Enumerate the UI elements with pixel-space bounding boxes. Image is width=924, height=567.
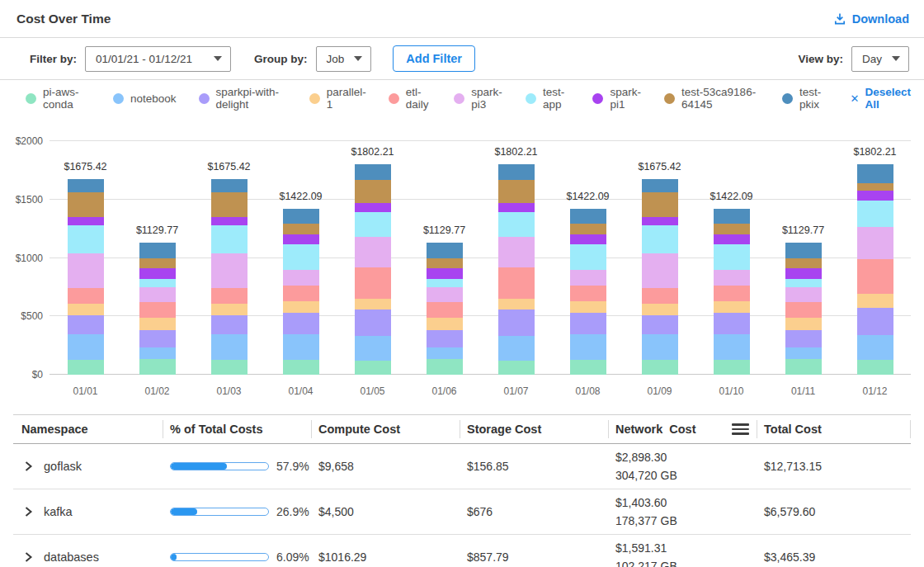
bar-segment-etl-daily[interactable] bbox=[714, 286, 750, 301]
bar-segment-test-pkix[interactable] bbox=[714, 209, 750, 224]
bar-segment-parallel-1[interactable] bbox=[68, 304, 104, 314]
bar-segment-test-app[interactable] bbox=[570, 244, 606, 270]
bar-segment-test-app[interactable] bbox=[355, 212, 391, 237]
bar-segment-pi-aws-conda[interactable] bbox=[355, 361, 391, 375]
bar-segment-etl-daily[interactable] bbox=[857, 259, 893, 294]
bar-segment-parallel-1[interactable] bbox=[714, 301, 750, 313]
bar-segment-spark-pi1[interactable] bbox=[642, 217, 678, 225]
bar-segment-test-app[interactable] bbox=[857, 201, 893, 227]
bar-segment-notebook[interactable] bbox=[211, 334, 248, 360]
bar-segment-etl-daily[interactable] bbox=[642, 288, 678, 304]
bar-segment-test-53ca9186-64145[interactable] bbox=[785, 258, 822, 268]
column-header-total-cost[interactable]: Total Cost bbox=[757, 415, 911, 443]
bar-segment-pi-aws-conda[interactable] bbox=[857, 360, 893, 375]
column-header-namespace[interactable]: Namespace bbox=[13, 415, 163, 443]
bar-segment-sparkpi-with-delight[interactable] bbox=[714, 313, 750, 334]
bar-segment-spark-pi3[interactable] bbox=[68, 253, 104, 288]
legend-item-sparkpi-with-delight[interactable]: sparkpi-with-delight bbox=[199, 86, 287, 111]
bar-stack[interactable] bbox=[355, 164, 391, 375]
bar-segment-test-53ca9186-64145[interactable] bbox=[68, 192, 104, 216]
bar-segment-sparkpi-with-delight[interactable] bbox=[68, 315, 104, 334]
bar-segment-spark-pi1[interactable] bbox=[714, 234, 750, 244]
legend-item-pi-aws-conda[interactable]: pi-aws-conda bbox=[26, 86, 91, 111]
bar-segment-spark-pi3[interactable] bbox=[139, 287, 176, 302]
bar-segment-test-app[interactable] bbox=[211, 225, 248, 253]
bar-segment-test-pkix[interactable] bbox=[355, 164, 391, 180]
bar-segment-spark-pi3[interactable] bbox=[570, 270, 606, 286]
group-by-dropdown[interactable]: Job bbox=[316, 46, 372, 72]
bar-segment-spark-pi3[interactable] bbox=[498, 237, 535, 267]
bar-segment-test-app[interactable] bbox=[139, 279, 176, 287]
bar-segment-spark-pi3[interactable] bbox=[283, 270, 319, 286]
legend-item-spark-pi3[interactable]: spark-pi3 bbox=[454, 86, 503, 111]
bar-segment-pi-aws-conda[interactable] bbox=[785, 359, 822, 375]
legend-item-parallel-1[interactable]: parallel-1 bbox=[309, 86, 366, 111]
bar-stack[interactable] bbox=[570, 209, 606, 375]
bar-segment-test-app[interactable] bbox=[785, 279, 822, 287]
bar-segment-pi-aws-conda[interactable] bbox=[211, 360, 248, 375]
bar-segment-test-pkix[interactable] bbox=[427, 243, 463, 258]
bar-stack[interactable] bbox=[211, 179, 248, 375]
bar-segment-test-app[interactable] bbox=[714, 244, 750, 270]
bar-stack[interactable] bbox=[427, 243, 463, 375]
bar-segment-spark-pi1[interactable] bbox=[857, 191, 893, 201]
namespace-cell[interactable]: databases bbox=[13, 550, 163, 564]
bar-segment-spark-pi1[interactable] bbox=[68, 217, 104, 225]
bar-segment-sparkpi-with-delight[interactable] bbox=[427, 330, 463, 348]
view-by-dropdown[interactable]: Day bbox=[851, 46, 909, 72]
bar-segment-pi-aws-conda[interactable] bbox=[642, 360, 678, 375]
bar-segment-parallel-1[interactable] bbox=[642, 304, 678, 314]
bar-segment-test-53ca9186-64145[interactable] bbox=[714, 224, 750, 234]
column-settings-icon[interactable] bbox=[732, 422, 749, 437]
bar-segment-test-pkix[interactable] bbox=[785, 243, 822, 258]
bar-segment-pi-aws-conda[interactable] bbox=[427, 359, 463, 375]
bar-segment-pi-aws-conda[interactable] bbox=[714, 360, 750, 375]
bar-segment-notebook[interactable] bbox=[570, 334, 606, 360]
legend-item-spark-pi1[interactable]: spark-pi1 bbox=[592, 86, 642, 111]
bar-segment-sparkpi-with-delight[interactable] bbox=[570, 313, 606, 334]
bar-segment-etl-daily[interactable] bbox=[211, 288, 248, 304]
bar-segment-spark-pi1[interactable] bbox=[355, 203, 391, 212]
bar-segment-sparkpi-with-delight[interactable] bbox=[785, 330, 822, 348]
bar-segment-spark-pi1[interactable] bbox=[139, 268, 176, 279]
bar-segment-etl-daily[interactable] bbox=[498, 267, 535, 299]
bar-segment-spark-pi1[interactable] bbox=[427, 268, 463, 279]
namespace-cell[interactable]: kafka bbox=[13, 505, 163, 518]
legend-item-test-53ca9186-64145[interactable]: test-53ca9186-64145 bbox=[664, 86, 760, 111]
bar-segment-test-53ca9186-64145[interactable] bbox=[283, 224, 319, 234]
bar-segment-sparkpi-with-delight[interactable] bbox=[355, 309, 391, 336]
bar-segment-notebook[interactable] bbox=[498, 336, 535, 361]
bar-stack[interactable] bbox=[857, 164, 893, 375]
legend-item-notebook[interactable]: notebook bbox=[113, 92, 177, 105]
bar-segment-test-pkix[interactable] bbox=[570, 209, 606, 224]
bar-stack[interactable] bbox=[139, 243, 176, 375]
bar-segment-spark-pi3[interactable] bbox=[211, 253, 248, 288]
legend-item-etl-daily[interactable]: etl-daily bbox=[389, 86, 432, 111]
bar-segment-sparkpi-with-delight[interactable] bbox=[283, 313, 319, 334]
bar-segment-spark-pi3[interactable] bbox=[785, 287, 822, 302]
bar-segment-spark-pi1[interactable] bbox=[785, 268, 822, 279]
column-header-storage-cost[interactable]: Storage Cost bbox=[460, 415, 608, 443]
download-button[interactable]: Download bbox=[833, 12, 909, 26]
bar-segment-test-app[interactable] bbox=[68, 225, 104, 253]
bar-segment-spark-pi1[interactable] bbox=[570, 234, 606, 244]
bar-segment-spark-pi1[interactable] bbox=[283, 234, 319, 244]
bar-segment-parallel-1[interactable] bbox=[139, 318, 176, 329]
bar-segment-notebook[interactable] bbox=[139, 347, 176, 359]
column-header-network-cost[interactable]: Network Cost bbox=[608, 415, 757, 443]
bar-segment-pi-aws-conda[interactable] bbox=[570, 360, 606, 375]
bar-segment-pi-aws-conda[interactable] bbox=[68, 360, 104, 375]
bar-segment-etl-daily[interactable] bbox=[570, 286, 606, 301]
bar-segment-spark-pi3[interactable] bbox=[427, 287, 463, 302]
bar-segment-etl-daily[interactable] bbox=[355, 267, 391, 299]
bar-segment-sparkpi-with-delight[interactable] bbox=[642, 315, 678, 334]
bar-stack[interactable] bbox=[68, 179, 104, 375]
bar-segment-test-pkix[interactable] bbox=[283, 209, 319, 224]
bar-segment-test-pkix[interactable] bbox=[857, 164, 893, 183]
bar-segment-test-53ca9186-64145[interactable] bbox=[139, 258, 176, 268]
bar-segment-parallel-1[interactable] bbox=[283, 301, 319, 313]
bar-segment-etl-daily[interactable] bbox=[283, 286, 319, 301]
bar-segment-spark-pi3[interactable] bbox=[642, 253, 678, 288]
column-header-compute-cost[interactable]: Compute Cost bbox=[311, 415, 460, 443]
bar-segment-test-app[interactable] bbox=[283, 244, 319, 270]
